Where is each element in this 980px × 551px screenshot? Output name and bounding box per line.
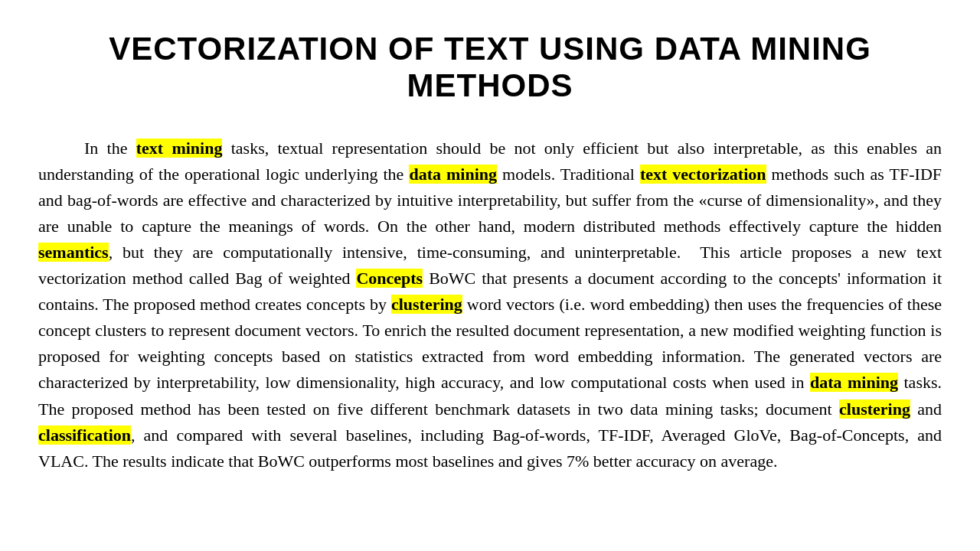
highlight-concepts: Concepts — [356, 269, 423, 288]
highlight-clustering-2: clustering — [839, 399, 910, 419]
highlight-text-mining: text mining — [136, 139, 223, 158]
highlight-data-mining-2: data mining — [810, 373, 898, 392]
highlight-clustering-1: clustering — [391, 295, 462, 314]
highlight-text-vectorization: text vectorization — [640, 165, 766, 184]
highlight-data-mining-1: data mining — [409, 165, 497, 184]
highlight-semantics: semantics — [38, 243, 109, 262]
highlight-classification: classification — [38, 425, 131, 445]
abstract-paragraph: In the text mining tasks, textual repres… — [38, 135, 942, 474]
page-title: VECTORIZATION OF TEXT USING DATA MINING … — [38, 31, 942, 105]
